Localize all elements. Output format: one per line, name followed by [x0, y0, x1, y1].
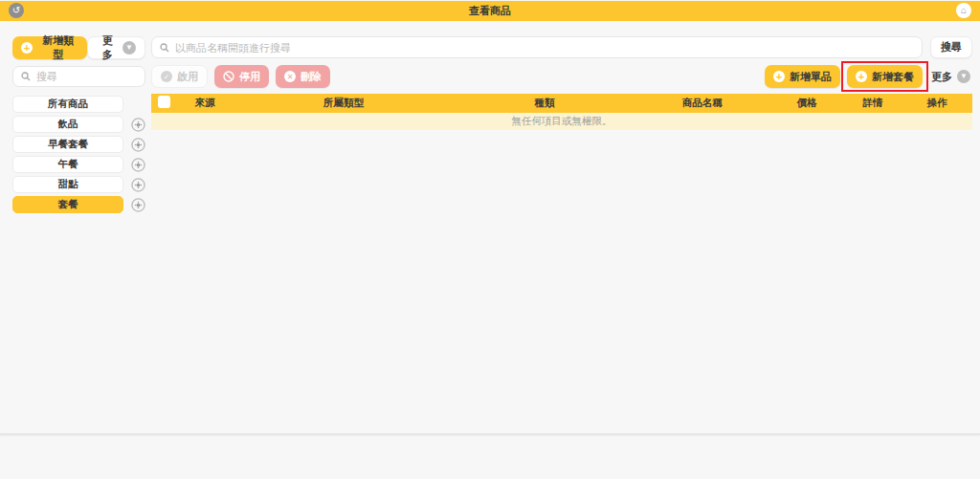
plus-icon: +	[856, 71, 867, 82]
gear-icon[interactable]	[130, 157, 145, 172]
plus-icon: +	[773, 71, 785, 82]
gear-icon[interactable]	[130, 117, 145, 132]
category-drinks[interactable]: 飲品	[12, 116, 123, 133]
category-row: 套餐	[12, 196, 145, 213]
column-header-kind: 種類	[454, 97, 635, 110]
search-icon	[160, 43, 169, 53]
category-row: 飲品	[12, 116, 145, 133]
plus-icon: +	[21, 42, 33, 54]
page-title: 查看商品	[469, 4, 511, 18]
category-row: 早餐套餐	[12, 136, 145, 153]
action-row: ✓ 啟用 停用 ✕ 刪除 + 新增單品 + 新增套餐	[151, 65, 972, 88]
column-header-details: 詳情	[844, 97, 902, 110]
category-dessert[interactable]: 甜點	[12, 176, 123, 193]
select-all-checkbox[interactable]	[158, 96, 170, 108]
main-more-button[interactable]: 更多 ▼	[929, 65, 972, 88]
home-icon[interactable]: ⌂	[956, 3, 971, 18]
category-list: 所有商品 飲品 早餐套餐 午餐 甜點 套餐	[12, 96, 145, 213]
column-header-type: 所屬類型	[234, 97, 454, 110]
sidebar-search-box	[12, 66, 145, 87]
back-icon[interactable]: ↺	[9, 3, 24, 18]
products-table: 來源 所屬類型 種類 商品名稱 價格 詳情 操作 無任何項目或無權限。	[151, 94, 972, 130]
page-bottom-divider	[0, 433, 980, 435]
add-type-button[interactable]: + 新增類型	[12, 36, 87, 59]
check-circle-icon: ✓	[161, 71, 172, 82]
column-header-source: 來源	[176, 97, 234, 110]
x-circle-icon: ✕	[284, 71, 296, 82]
gear-icon[interactable]	[130, 177, 145, 192]
column-header-actions: 操作	[902, 97, 972, 110]
category-breakfast-combo[interactable]: 早餐套餐	[12, 136, 123, 153]
sidebar-search-input[interactable]	[36, 71, 137, 82]
category-row: 午餐	[12, 156, 145, 173]
sidebar-toolbar: + 新增類型 更多 ▼	[12, 36, 145, 59]
add-actions: + 新增單品 + 新增套餐 更多 ▼	[765, 65, 972, 88]
sidebar-more-button[interactable]: 更多 ▼	[87, 36, 145, 59]
table-header-row: 來源 所屬類型 種類 商品名稱 價格 詳情 操作	[151, 94, 972, 113]
product-search-input[interactable]	[175, 42, 914, 54]
category-row: 甜點	[12, 176, 145, 193]
table-empty-state: 無任何項目或無權限。	[151, 113, 972, 130]
main-content: 搜尋 ✓ 啟用 停用 ✕ 刪除 + 新增單品 +	[151, 36, 972, 130]
category-row: 所有商品	[12, 96, 145, 113]
product-search-box	[151, 36, 923, 58]
enable-button[interactable]: ✓ 啟用	[151, 65, 208, 88]
slash-circle-icon	[223, 71, 234, 82]
search-icon	[21, 72, 31, 81]
bulk-actions: ✓ 啟用 停用 ✕ 刪除	[151, 65, 330, 88]
top-bar: ↺ 查看商品 ⌂	[0, 1, 980, 21]
disable-button[interactable]: 停用	[214, 65, 269, 88]
category-all-products[interactable]: 所有商品	[12, 96, 123, 113]
sidebar: + 新增類型 更多 ▼ 所有商品 飲品 早餐套餐 午餐	[12, 36, 145, 213]
add-combo-button[interactable]: + 新增套餐	[847, 65, 923, 88]
search-button[interactable]: 搜尋	[930, 36, 972, 58]
main-search-row: 搜尋	[151, 36, 972, 58]
category-combo[interactable]: 套餐	[12, 196, 123, 213]
column-header-product-name: 商品名稱	[635, 97, 769, 110]
delete-button[interactable]: ✕ 刪除	[276, 65, 330, 88]
add-single-item-button[interactable]: + 新增單品	[765, 65, 840, 88]
chevron-down-icon: ▼	[957, 70, 970, 83]
gear-icon[interactable]	[130, 137, 145, 152]
gear-icon[interactable]	[130, 197, 145, 212]
column-header-price: 價格	[769, 97, 844, 110]
chevron-down-icon: ▼	[122, 41, 136, 54]
category-lunch[interactable]: 午餐	[12, 156, 123, 173]
